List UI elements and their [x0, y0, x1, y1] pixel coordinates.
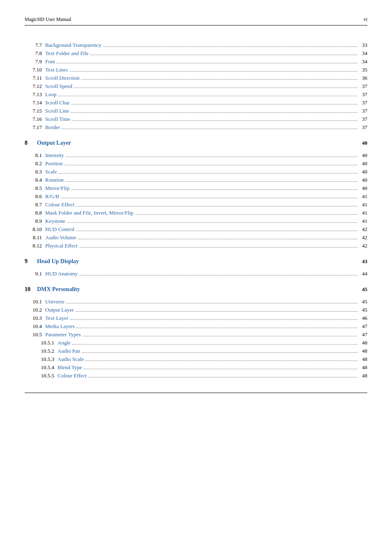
- toc-label-sub: Blend Type: [58, 364, 82, 371]
- toc-dots: [78, 239, 357, 239]
- toc-num: 7.13: [25, 91, 45, 98]
- toc-label: Text Lines: [45, 67, 68, 73]
- toc-dots: [71, 104, 357, 104]
- toc-label: Border: [45, 124, 60, 131]
- section-num: 10: [25, 286, 37, 293]
- toc-page: 37: [359, 91, 367, 98]
- toc-dots: [79, 247, 357, 247]
- toc-dots: [79, 275, 357, 275]
- toc-page: 47: [359, 331, 367, 338]
- page: MagicHD User Manual vi 7.7Background Tra…: [0, 0, 392, 405]
- toc-row: 8.1Intensity40: [25, 152, 367, 159]
- toc-dots: [65, 181, 357, 182]
- toc-label: Physical Effect: [45, 243, 78, 249]
- toc-label: Mask Folder and File, Invert, Mirror/Fli…: [45, 210, 134, 216]
- toc-num: 10.2: [25, 307, 45, 313]
- toc-num-sub: 10.5.5: [33, 372, 58, 379]
- toc-dots: [84, 369, 357, 369]
- toc-dots: [72, 344, 357, 345]
- section-title: Head Up Display: [37, 258, 362, 265]
- toc-label-sub: Angle: [58, 340, 71, 346]
- toc-num: 7.11: [25, 75, 45, 81]
- toc-label: Loop: [45, 91, 56, 98]
- toc-dots: [76, 311, 357, 312]
- toc-label-sub: Audio Scale: [58, 356, 84, 363]
- toc-num: 7.14: [25, 99, 45, 106]
- toc-row-sub: 10.5.2Audio Pan48: [25, 348, 367, 354]
- toc-label: Background Transparency: [45, 42, 101, 49]
- toc-dots: [85, 361, 357, 361]
- toc-num: 8.11: [25, 234, 45, 241]
- toc-dots: [71, 190, 357, 190]
- toc-row: 8.8Mask Folder and File, Invert, Mirror/…: [25, 210, 367, 216]
- section-page: 45: [362, 286, 367, 293]
- toc-row: 8.9Keystone41: [25, 218, 367, 224]
- toc-dots: [90, 55, 357, 55]
- toc-num: 8.12: [25, 243, 45, 249]
- toc-label: Output Layer: [45, 307, 74, 313]
- section-page: 40: [362, 140, 367, 146]
- toc-page: 40: [359, 169, 367, 175]
- toc-page: 37: [359, 124, 367, 131]
- toc-label: Intensity: [45, 152, 64, 159]
- footer-line: [25, 393, 367, 393]
- toc-label: Universe: [45, 298, 65, 305]
- toc-num-sub: 10.5.3: [33, 356, 58, 363]
- toc-page: 45: [359, 298, 367, 305]
- toc-dots: [58, 96, 357, 96]
- toc-page: 37: [359, 108, 367, 114]
- toc-page: 48: [359, 340, 367, 346]
- toc-dots: [57, 63, 357, 63]
- toc-label: Parameter Types: [45, 331, 81, 338]
- toc-num: 8.7: [25, 201, 45, 208]
- toc-label: Scale: [45, 169, 57, 175]
- toc-dots: [81, 79, 357, 80]
- toc-dots: [76, 328, 357, 328]
- toc-num: 8.9: [25, 218, 45, 224]
- section-page: 43: [362, 258, 367, 265]
- toc-label: Text Folder and File: [45, 50, 89, 57]
- toc-label: Keystone: [45, 218, 65, 224]
- toc-row: 10.1Universe45: [25, 298, 367, 305]
- toc-page: 45: [359, 307, 367, 313]
- toc-row: 7.10Text Lines35: [25, 67, 367, 73]
- toc-dots: [62, 129, 357, 129]
- toc-num-sub: 10.5.2: [33, 348, 58, 354]
- toc-row: 7.14Scroll Char37: [25, 99, 367, 106]
- toc-num: 8.5: [25, 185, 45, 192]
- toc-page: 42: [359, 234, 367, 241]
- toc-dots: [58, 173, 357, 173]
- toc-dots: [74, 88, 357, 88]
- toc-row: 7.12Scroll Speed37: [25, 83, 367, 90]
- section-title: DMX Personality: [37, 286, 362, 293]
- toc-row: 7.8Text Folder and File34: [25, 50, 367, 57]
- section-num: 8: [25, 140, 37, 146]
- toc-page: 48: [359, 372, 367, 379]
- toc-page: 40: [359, 160, 367, 167]
- toc-page: 40: [359, 177, 367, 183]
- section-heading: 9Head Up Display43: [25, 258, 367, 265]
- toc-row: 7.15Scroll Line37: [25, 108, 367, 114]
- toc-row: 9.1HUD Anatomy44: [25, 271, 367, 277]
- toc-label: Scroll Time: [45, 116, 70, 123]
- section-num: 9: [25, 258, 37, 265]
- toc-dots: [70, 319, 357, 320]
- toc-dots: [61, 198, 357, 198]
- toc-page: 37: [359, 116, 367, 123]
- toc-row: 10.2Output Layer45: [25, 307, 367, 313]
- toc-label: Mirror/Flip: [45, 185, 69, 192]
- toc-page: 34: [359, 58, 367, 65]
- toc-page: 48: [359, 364, 367, 371]
- toc-page: 35: [359, 67, 367, 73]
- toc-num: 8.1: [25, 152, 45, 159]
- toc-label: HUD Control: [45, 226, 74, 233]
- toc-dots: [66, 157, 358, 157]
- toc-label: Colour Effect: [45, 201, 74, 208]
- toc-num: 7.7: [25, 42, 45, 49]
- toc-num: 8.4: [25, 177, 45, 183]
- toc-label: Rotation: [45, 177, 64, 183]
- toc-page: 41: [359, 218, 367, 224]
- toc-label: Scroll Char: [45, 99, 70, 106]
- toc-num: 8.10: [25, 226, 45, 233]
- toc-label-sub: Colour Effect: [58, 372, 87, 379]
